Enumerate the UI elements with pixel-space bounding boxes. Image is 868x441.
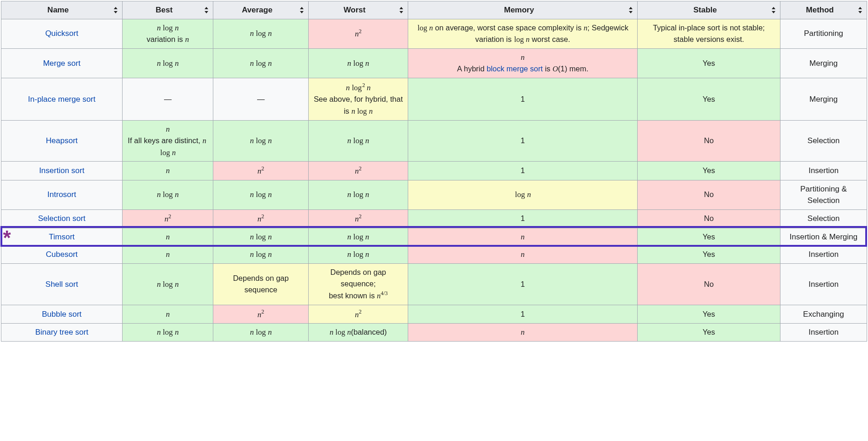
cell-name: Introsort (1, 180, 123, 209)
cell-best: — (123, 78, 213, 120)
cell-stable: Yes (638, 78, 780, 120)
cell-mem: 1 (408, 120, 638, 162)
cell-name: Selection sort (1, 209, 123, 228)
cell-avg: n log n (213, 246, 309, 264)
cell-method: Insertion (780, 324, 867, 342)
table-header-row: NameBestAverageWorstMemoryStableMethod (1, 1, 867, 19)
sort-icon (628, 7, 633, 13)
cell-method: Selection (780, 120, 867, 162)
col-header-memory[interactable]: Memory (408, 1, 638, 19)
cell-worst: n2 (309, 209, 408, 228)
cell-best: nIf all keys are distinct, n log n (123, 120, 213, 162)
table-row: Shell sortn log nDepends on gap sequence… (1, 263, 867, 305)
table-row: Bubble sortnn2n21YesExchanging (1, 305, 867, 323)
col-header-best[interactable]: Best (123, 1, 213, 19)
col-header-name[interactable]: Name (1, 1, 123, 19)
table-row: Insertion sortnn2n21YesInsertion (1, 162, 867, 180)
table-row: In-place merge sort——n log2 nSee above, … (1, 78, 867, 120)
cell-avg: n log n (213, 48, 309, 78)
cell-method: Insertion & Merging (780, 228, 867, 246)
cell-avg: n log n (213, 120, 309, 162)
cell-worst: n log n (309, 48, 408, 78)
cell-stable: No (638, 180, 780, 209)
cell-best: n (123, 228, 213, 246)
cell-worst: n2 (309, 162, 408, 180)
cell-avg: n log n (213, 19, 309, 48)
cell-mem: n (408, 228, 638, 246)
sort-icon (399, 7, 404, 13)
col-header-label: Name (47, 6, 69, 14)
cell-mem: log n (408, 180, 638, 209)
sorting-algorithms-table: NameBestAverageWorstMemoryStableMethod Q… (1, 1, 867, 342)
cell-stable: Yes (638, 48, 780, 78)
col-header-worst[interactable]: Worst (309, 1, 408, 19)
cell-method: Insertion (780, 263, 867, 305)
cell-stable: Yes (638, 228, 780, 246)
sort-icon (299, 7, 305, 13)
cell-worst: n log n (309, 228, 408, 246)
cell-mem: 1 (408, 263, 638, 305)
algorithm-link[interactable]: Cubesort (46, 250, 78, 259)
cell-mem: 1 (408, 162, 638, 180)
cell-stable: Typical in-place sort is not stable; sta… (638, 19, 780, 48)
table-body: Quicksortn log nvariation is nn log nn2l… (1, 19, 867, 341)
col-header-label: Worst (344, 6, 366, 14)
cell-name: Bubble sort (1, 305, 123, 323)
algorithm-link[interactable]: Bubble sort (42, 310, 82, 319)
cell-method: Merging (780, 48, 867, 78)
cell-stable: Yes (638, 162, 780, 180)
table-row: Selection sortn2n2n21NoSelection (1, 209, 867, 228)
cell-best: n log n (123, 180, 213, 209)
cell-name: In-place merge sort (1, 78, 123, 120)
cell-method: Insertion (780, 246, 867, 264)
cell-name: Cubesort (1, 246, 123, 264)
cell-best: n2 (123, 209, 213, 228)
algorithm-link[interactable]: Introsort (47, 190, 76, 199)
algorithm-link[interactable]: Selection sort (38, 214, 86, 223)
algorithm-link[interactable]: Timsort (49, 232, 75, 241)
table-row: Binary tree sortn log nn log nn log n(ba… (1, 324, 867, 342)
cell-best: n log nvariation is n (123, 19, 213, 48)
cell-name: Binary tree sort (1, 324, 123, 342)
col-header-label: Stable (693, 6, 717, 14)
table-row: Timsortnn log nn log nnYesInsertion & Me… (1, 228, 867, 246)
cell-worst: n log n (309, 180, 408, 209)
cell-stable: No (638, 209, 780, 228)
cell-best: n log n (123, 48, 213, 78)
cell-mem: log n on average, worst case space compl… (408, 19, 638, 48)
cell-name: Merge sort (1, 48, 123, 78)
cell-method: Partitioning (780, 19, 867, 48)
algorithm-link[interactable]: Shell sort (46, 280, 78, 289)
cell-mem: nA hybrid block merge sort is O(1) mem. (408, 48, 638, 78)
cell-stable: No (638, 120, 780, 162)
algorithm-link[interactable]: Merge sort (43, 59, 80, 68)
cell-name: Shell sort (1, 263, 123, 305)
cell-worst: n2 (309, 305, 408, 323)
cell-stable: Yes (638, 305, 780, 323)
table-row: Quicksortn log nvariation is nn log nn2l… (1, 19, 867, 48)
col-header-label: Method (806, 6, 833, 14)
cell-method: Exchanging (780, 305, 867, 323)
cell-method: Partitioning & Selection (780, 180, 867, 209)
algorithm-link[interactable]: Quicksort (45, 29, 78, 38)
cell-method: Selection (780, 209, 867, 228)
cell-best: n log n (123, 263, 213, 305)
inline-link[interactable]: block merge sort (487, 64, 543, 73)
cell-best: n (123, 246, 213, 264)
col-header-stable[interactable]: Stable (638, 1, 780, 19)
cell-worst: n log n (309, 246, 408, 264)
table-row: Cubesortnn log nn log nnYesInsertion (1, 246, 867, 264)
algorithm-link[interactable]: Binary tree sort (35, 328, 88, 337)
algorithm-link[interactable]: In-place merge sort (28, 95, 95, 104)
algorithm-link[interactable]: Insertion sort (39, 166, 84, 175)
algorithm-link[interactable]: Heapsort (46, 136, 78, 145)
sort-icon (204, 7, 209, 13)
cell-stable: No (638, 263, 780, 305)
sort-icon (857, 7, 863, 13)
cell-worst: Depends on gap sequence;best known is n4… (309, 263, 408, 305)
col-header-method[interactable]: Method (780, 1, 867, 19)
cell-avg: n log n (213, 228, 309, 246)
cell-worst: n2 (309, 19, 408, 48)
col-header-average[interactable]: Average (213, 1, 309, 19)
cell-avg: — (213, 78, 309, 120)
